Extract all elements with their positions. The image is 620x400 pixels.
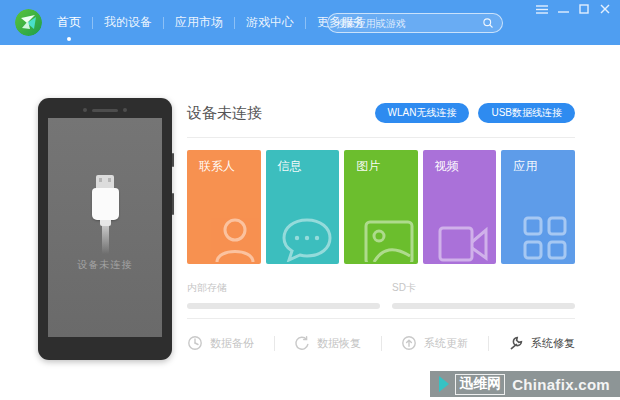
usb-cable-icon — [92, 175, 119, 254]
maximize-icon[interactable] — [577, 3, 591, 15]
internal-storage: 内部存储 — [187, 281, 380, 309]
nav-item-game-center[interactable]: 游戏中心 — [240, 14, 300, 31]
phone-speaker — [83, 108, 127, 112]
picture-icon — [360, 214, 414, 262]
watermark-site-en: Chinafix.com — [512, 376, 610, 393]
storage-section: 内部存储 SD卡 — [187, 281, 575, 309]
phone-side-button — [172, 153, 174, 167]
top-navigation-bar: 首页 我的设备 应用市场 游戏中心 更多服务 — [0, 0, 620, 45]
system-update-button[interactable]: 系统更新 — [401, 335, 468, 351]
internal-storage-label: 内部存储 — [187, 281, 380, 295]
phone-mockup: 设备未连接 — [38, 98, 172, 360]
tile-messages[interactable]: 信息 — [266, 150, 340, 264]
phone-status-text: 设备未连接 — [78, 258, 133, 272]
usb-connect-button[interactable]: USB数据线连接 — [478, 103, 575, 123]
data-restore-button[interactable]: 数据恢复 — [294, 335, 361, 351]
tile-apps[interactable]: 应用 — [501, 150, 575, 264]
update-icon — [401, 335, 417, 351]
phone-screen: 设备未连接 — [48, 118, 162, 337]
main-panel: 设备未连接 WLAN无线连接 USB数据线连接 联系人 信息 图片 — [187, 98, 575, 354]
system-repair-button[interactable]: 系统修复 — [508, 335, 575, 351]
contact-icon — [205, 210, 257, 262]
active-indicator-dot — [67, 37, 71, 41]
search-icon[interactable] — [482, 17, 494, 29]
action-separator — [488, 336, 489, 351]
divider — [187, 137, 575, 138]
divider — [187, 318, 575, 319]
phone-side-button — [172, 193, 174, 215]
tile-videos[interactable]: 视频 — [423, 150, 497, 264]
internal-storage-bar — [187, 303, 380, 309]
search-box[interactable] — [327, 13, 503, 33]
app-logo-icon[interactable] — [15, 9, 42, 36]
action-separator — [274, 336, 275, 351]
nav-item-my-device[interactable]: 我的设备 — [98, 14, 158, 31]
nav-separator — [163, 17, 164, 29]
sd-card-bar — [392, 303, 575, 309]
nav-item-app-market[interactable]: 应用市场 — [169, 14, 229, 31]
apps-grid-icon — [517, 210, 571, 262]
action-separator — [381, 336, 382, 351]
wlan-connect-button[interactable]: WLAN无线连接 — [375, 103, 470, 123]
minimize-icon[interactable] — [556, 3, 570, 15]
sd-card-label: SD卡 — [392, 281, 575, 295]
clock-icon — [187, 335, 203, 351]
chevron-right-icon — [439, 376, 449, 392]
menu-icon[interactable] — [535, 3, 549, 15]
page-title: 设备未连接 — [187, 104, 366, 123]
sd-card-storage: SD卡 — [392, 281, 575, 309]
wrench-icon — [508, 335, 524, 351]
tile-pictures[interactable]: 图片 — [344, 150, 418, 264]
search-input[interactable] — [336, 18, 482, 29]
chinafix-watermark: 迅维网 Chinafix.com — [430, 371, 620, 397]
nav-item-home[interactable]: 首页 — [51, 14, 87, 31]
panel-header: 设备未连接 WLAN无线连接 USB数据线连接 — [187, 98, 575, 128]
nav-separator — [234, 17, 235, 29]
restore-icon — [294, 335, 310, 351]
window-controls — [535, 3, 612, 15]
video-icon — [436, 216, 492, 262]
data-backup-button[interactable]: 数据备份 — [187, 335, 254, 351]
category-tiles: 联系人 信息 图片 视频 — [187, 150, 575, 264]
nav-separator — [305, 17, 306, 29]
message-icon — [279, 212, 335, 262]
close-icon[interactable] — [598, 3, 612, 15]
action-bar: 数据备份 数据恢复 系统更新 系统修复 — [187, 332, 575, 354]
watermark-site-cn: 迅维网 — [455, 374, 505, 395]
nav-separator — [92, 17, 93, 29]
tile-contacts[interactable]: 联系人 — [187, 150, 261, 264]
